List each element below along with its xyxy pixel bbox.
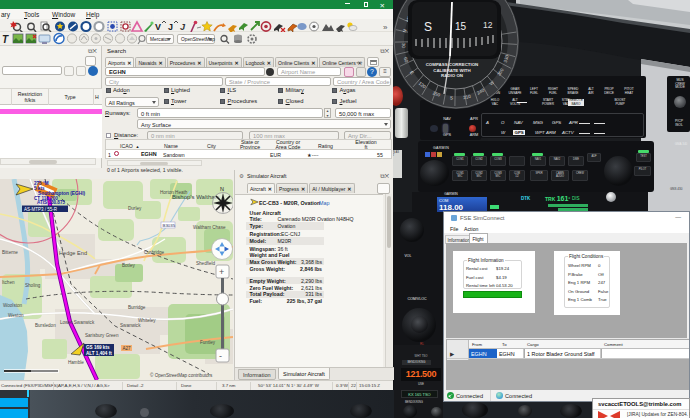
svg-text:Botley: Botley — [122, 263, 135, 268]
svg-text:COMPASS CORRECTION: COMPASS CORRECTION — [426, 62, 479, 67]
svg-text:+: + — [219, 267, 224, 277]
svg-text:J: J — [180, 22, 186, 32]
svg-text:Bishop's Waltham: Bishop's Waltham — [172, 194, 220, 200]
svg-text:12: 12 — [483, 20, 493, 30]
svg-text:ALT 1,404 ft: ALT 1,404 ft — [86, 351, 112, 356]
svg-text:15: 15 — [455, 21, 467, 32]
svg-text:GS 169 kts: GS 169 kts — [86, 345, 110, 350]
svg-text:275 °M: 275 °M — [34, 181, 49, 186]
svg-text:S: S — [424, 20, 432, 34]
svg-text:V: V — [155, 22, 161, 32]
svg-text:Burridge: Burridge — [128, 305, 146, 310]
svg-text:ATIS 130.875: ATIS 130.875 — [37, 200, 65, 205]
svg-text:Weston: Weston — [8, 313, 24, 318]
svg-text:N: N — [220, 186, 224, 192]
svg-text:30: 30 — [401, 43, 406, 49]
svg-text:Bursledon: Bursledon — [35, 323, 56, 328]
svg-text:S: S — [450, 95, 454, 100]
svg-text:-: - — [219, 351, 222, 361]
svg-text:Lower Swanwick: Lower Swanwick — [60, 320, 95, 325]
svg-text:Hamble: Hamble — [68, 360, 84, 365]
svg-text:Durley: Durley — [128, 206, 142, 211]
svg-text:Bitterne: Bitterne — [2, 250, 18, 255]
svg-text:© OpenStreetMap contributors: © OpenStreetMap contributors — [150, 372, 213, 378]
svg-text:Itchen: Itchen — [2, 280, 15, 285]
svg-text:AS-MTP3 / 55-R: AS-MTP3 / 55-R — [24, 207, 58, 212]
svg-text:Curbridge: Curbridge — [144, 250, 165, 255]
svg-text:Shedfield: Shedfield — [196, 261, 216, 266]
svg-text:B3035: B3035 — [163, 223, 176, 228]
svg-text:Woolston: Woolston — [3, 303, 23, 308]
svg-text:Sarisbury Green: Sarisbury Green — [85, 333, 119, 338]
svg-text:Waltham Chase: Waltham Chase — [193, 225, 226, 230]
svg-text:Hedge End: Hedge End — [59, 250, 87, 256]
svg-text:CALIBRATE WITH: CALIBRATE WITH — [433, 68, 470, 73]
svg-text:A27: A27 — [123, 346, 132, 351]
svg-text:Whiteley: Whiteley — [138, 318, 156, 323]
svg-text:Sholing: Sholing — [25, 283, 41, 288]
svg-text:Swanwick: Swanwick — [120, 323, 141, 328]
svg-text:J: J — [168, 22, 173, 32]
svg-text:T: T — [2, 34, 9, 45]
svg-text:RADIO ON: RADIO ON — [441, 73, 463, 78]
svg-text:Funtley: Funtley — [200, 340, 216, 345]
svg-text:»: » — [383, 23, 388, 32]
